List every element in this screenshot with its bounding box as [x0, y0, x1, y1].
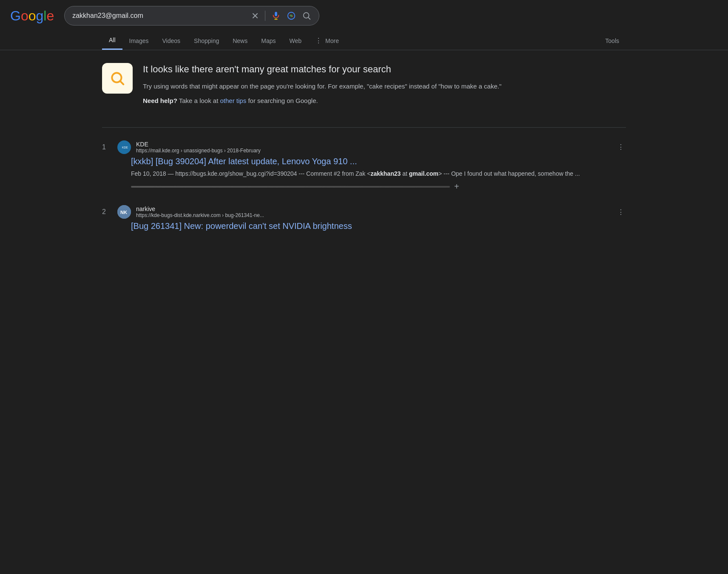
result-2-favicon: NK	[117, 205, 131, 219]
tab-more[interactable]: ⋮ More	[308, 31, 346, 50]
result-1-more-button[interactable]: ⋮	[616, 141, 626, 153]
main-content: It looks like there aren't many great ma…	[0, 50, 728, 257]
tab-news[interactable]: News	[226, 32, 254, 49]
result-2-more-button[interactable]: ⋮	[616, 206, 626, 218]
result-1-number: 1	[102, 143, 111, 151]
svg-line-6	[308, 17, 310, 19]
result-1-site-info: KDE https://mail.kde.org › unassigned-bu…	[136, 141, 261, 154]
result-1-title[interactable]: [kxkb] [Bug 390204] After latest update,…	[131, 157, 626, 166]
result-2-site-info: narkive https://kde-bugs-dist.kde.narkiv…	[136, 206, 264, 218]
no-results-body: Try using words that might appear on the…	[143, 81, 501, 91]
search-submit-button[interactable]	[302, 11, 311, 20]
search-bar-divider	[265, 11, 265, 21]
svg-text:NK: NK	[120, 210, 127, 215]
search-bar[interactable]: zakkhan23@gmail.com	[64, 6, 319, 26]
no-results-heading: It looks like there aren't many great ma…	[143, 63, 501, 76]
clear-search-button[interactable]	[251, 12, 259, 20]
svg-rect-0	[275, 12, 277, 16]
result-1-expand-bar	[131, 186, 450, 188]
result-2-number: 2	[102, 208, 111, 216]
tab-tools[interactable]: Tools	[598, 32, 626, 49]
tab-maps[interactable]: Maps	[254, 32, 282, 49]
result-1-expand-button[interactable]: +	[454, 182, 459, 191]
search-input[interactable]: zakkhan23@gmail.com	[72, 12, 247, 20]
tab-shopping[interactable]: Shopping	[187, 32, 226, 49]
svg-text:KDE: KDE	[122, 146, 128, 149]
result-2-site-name: narkive	[136, 206, 264, 212]
search-bar-icons	[251, 11, 311, 21]
svg-point-4	[290, 14, 293, 17]
result-1-site-name: KDE	[136, 141, 261, 148]
no-results-icon	[102, 63, 133, 94]
result-2-header: 2 NK narkive https://kde-bugs-dist.kde.n…	[102, 205, 626, 219]
tab-all[interactable]: All	[102, 31, 122, 50]
result-1-header: 1 KDE KDE https://mail.kde.org › unassig…	[102, 140, 626, 154]
results-separator	[102, 127, 626, 128]
voice-search-button[interactable]	[271, 11, 281, 20]
result-1-favicon: KDE	[117, 140, 131, 154]
result-2-title[interactable]: [Bug 261341] New: powerdevil can't set N…	[131, 221, 626, 231]
result-2-site-url: https://kde-bugs-dist.kde.narkive.com › …	[136, 212, 264, 218]
google-logo: Google	[10, 8, 54, 24]
no-results-box: It looks like there aren't many great ma…	[102, 63, 626, 110]
tab-images[interactable]: Images	[122, 32, 156, 49]
result-1-expand: +	[131, 182, 626, 191]
search-tabs: All Images Videos Shopping News Maps Web…	[0, 31, 728, 50]
search-result-2: 2 NK narkive https://kde-bugs-dist.kde.n…	[102, 205, 626, 231]
result-1-snippet: Feb 10, 2018 — https://bugs.kde.org/show…	[131, 169, 626, 178]
tab-videos[interactable]: Videos	[155, 32, 187, 49]
header: Google zakkhan23@gmail.com	[0, 0, 728, 31]
no-results-text: It looks like there aren't many great ma…	[143, 63, 501, 110]
svg-line-8	[120, 81, 123, 84]
search-result-1: 1 KDE KDE https://mail.kde.org › unassig…	[102, 140, 626, 191]
tab-web[interactable]: Web	[282, 32, 308, 49]
result-1-site-url: https://mail.kde.org › unassigned-bugs ›…	[136, 148, 261, 154]
no-results-help: Need help? Take a look at other tips for…	[143, 96, 501, 106]
search-by-image-button[interactable]	[287, 11, 296, 20]
other-tips-link[interactable]: other tips	[220, 97, 247, 104]
